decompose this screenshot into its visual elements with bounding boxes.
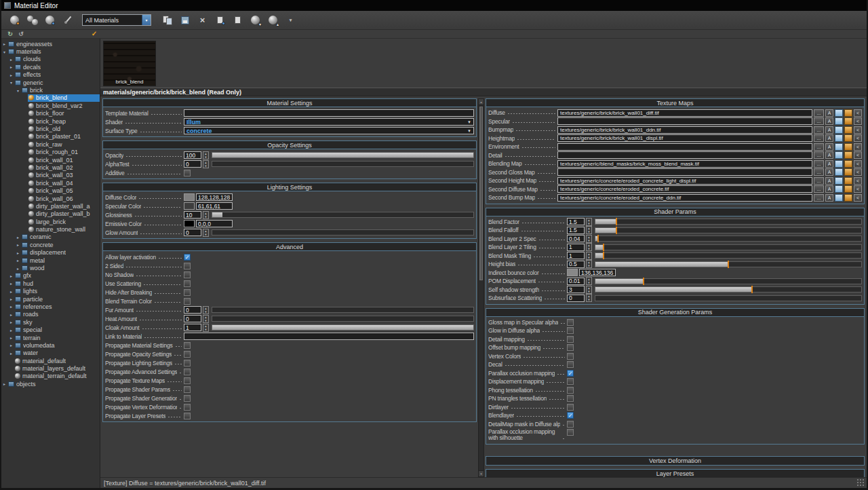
expand-arrow-icon[interactable]: ▸ (8, 289, 14, 294)
glow-amount-spinner[interactable]: ▴▾ (203, 229, 209, 237)
bumpmap-texture-path-field[interactable]: textures/generic/brick/brick_wall01_ddn.… (557, 126, 812, 134)
tree-item-generic[interactable]: ▾generic (1, 79, 100, 86)
alphatest-slider[interactable] (212, 161, 474, 167)
materials-filter-combo[interactable]: All Materials ▾ (82, 14, 151, 26)
fur-amount-slider[interactable] (212, 307, 474, 313)
copy-material-icon[interactable] (159, 13, 175, 27)
heat-amount-slider[interactable] (212, 316, 474, 322)
tree-item-brick-wall-04[interactable]: brick_wall_04 (1, 179, 100, 187)
detail-texture-path-field[interactable] (557, 151, 812, 159)
spinner-down-icon[interactable]: ▾ (587, 290, 591, 293)
slider-tick-icon[interactable] (603, 252, 604, 259)
slider-tick-icon[interactable] (616, 227, 617, 234)
propagate-texture-maps-checkbox[interactable] (184, 377, 191, 384)
paste-material-icon[interactable] (212, 13, 228, 27)
collapse-texture-button[interactable]: < (854, 134, 862, 142)
tree-item-clouds[interactable]: ▸clouds (1, 56, 100, 63)
browse-texture-button[interactable]: ... (814, 134, 824, 142)
cloak-amount-value-input[interactable]: 1 (184, 324, 201, 331)
tree-item-nature-stone-wall[interactable]: nature_stone_wall (1, 225, 100, 233)
use-scattering-checkbox[interactable] (184, 280, 191, 287)
second-diffuse-map-texture-path-field[interactable]: textures/generic/concrete/eroded_concret… (557, 185, 812, 193)
tree-item-lights[interactable]: ▸lights (1, 288, 100, 295)
propagate-shader-params-checkbox[interactable] (184, 386, 191, 393)
texture-animation-button[interactable]: A (825, 160, 833, 168)
blend-layer-2-spec-value-input[interactable]: 0.04 (567, 235, 585, 242)
blend-falloff-value-input[interactable]: 1.5 (567, 227, 585, 234)
vertex-colors-checkbox[interactable] (567, 353, 574, 360)
section-header-texture-maps[interactable]: Texture Maps (486, 99, 864, 107)
height-bias-slider[interactable] (595, 261, 862, 267)
tree-item-roads[interactable]: ▸roads (1, 311, 100, 318)
second-height-map-texture-path-field[interactable]: textures/generic/concrete/eroded_concret… (557, 177, 812, 185)
edit-texture-icon[interactable] (844, 177, 852, 185)
blend-layer-2-spec-spinner[interactable]: ▴▾ (586, 235, 592, 243)
tree-item-material-terrain-default[interactable]: material_terrain_default (1, 373, 100, 380)
tree-item-brick-blend[interactable]: brick_blend (1, 94, 100, 102)
tree-item-volumedata[interactable]: ▸volumedata (1, 341, 100, 349)
diffuse-texture-path-field[interactable]: textures/generic/brick/brick_wall01_diff… (557, 109, 812, 117)
edit-texture-icon[interactable] (844, 109, 852, 117)
expand-arrow-icon[interactable]: ▸ (1, 41, 7, 46)
additive-checkbox[interactable] (184, 170, 191, 176)
tree-item-special[interactable]: ▸special (1, 326, 100, 333)
tree-item-displacement[interactable]: ▸displacement (1, 249, 100, 257)
chevron-down-icon[interactable]: ▼ (467, 120, 471, 124)
section-header-lighting-settings[interactable]: Lighting Settings (103, 183, 476, 191)
diffuse-color-value-input[interactable]: 128,128,128 (196, 193, 233, 201)
offset-bump-mapping-checkbox[interactable] (567, 344, 574, 351)
edit-texture-icon[interactable] (844, 185, 852, 193)
assign-material-to-objects-icon[interactable]: ▾ (248, 13, 263, 27)
expand-arrow-icon[interactable]: ▸ (8, 351, 14, 356)
duplicate-material-icon[interactable] (230, 13, 245, 27)
heat-amount-spinner[interactable]: ▴▾ (203, 315, 209, 323)
merge-materials-icon[interactable] (42, 13, 58, 27)
collapse-texture-button[interactable]: < (854, 151, 862, 159)
collapse-arrow-icon[interactable]: ▾ (1, 50, 7, 54)
heat-amount-value-input[interactable]: 0 (184, 315, 201, 322)
tree-item-references[interactable]: ▸references (1, 303, 100, 310)
expand-arrow-icon[interactable]: ▸ (15, 266, 21, 271)
propagate-lighting-settings-checkbox[interactable] (184, 360, 191, 366)
expand-arrow-icon[interactable]: ▸ (8, 274, 14, 278)
tree-item-dirty-plaster-wall-a[interactable]: dirty_plaster_wall_a (1, 202, 100, 210)
gloss-map-in-specular-alpha-checkbox[interactable] (567, 319, 574, 326)
tree-item-brick-raw[interactable]: brick_raw (1, 140, 100, 148)
alphatest-value-input[interactable]: 0 (184, 160, 201, 168)
detailmap-mask-in-diffuse-alpha-checkbox[interactable] (567, 421, 574, 428)
browse-texture-button[interactable]: ... (814, 143, 824, 151)
toolbar-overflow-icon[interactable]: ▾ (283, 13, 298, 27)
displacement-mapping-checkbox[interactable] (567, 378, 574, 385)
blending-map-texture-path-field[interactable]: textures/generic/blend_masks/brick_moss_… (557, 160, 812, 168)
blend-layer-2-spec-slider[interactable] (595, 235, 862, 242)
expand-arrow-icon[interactable]: ▸ (8, 57, 14, 62)
collapse-texture-button[interactable]: < (854, 109, 862, 117)
preview-texture-icon[interactable] (835, 185, 843, 193)
scroll-down-icon[interactable]: ▾ (479, 470, 484, 476)
slider-tick-icon[interactable] (751, 286, 753, 293)
dirtlayer-checkbox[interactable] (567, 404, 574, 411)
section-header-shader-params[interactable]: Shader Params (486, 208, 864, 216)
scrollbar-thumb[interactable] (479, 107, 483, 280)
emissive-color-value-input[interactable]: 0,0,0 (196, 220, 233, 227)
blend-falloff-spinner[interactable]: ▴▾ (586, 226, 592, 234)
propagate-advanced-settings-checkbox[interactable] (184, 369, 191, 375)
self-shadow-strength-slider[interactable] (595, 286, 862, 293)
tree-item-material-layers-default[interactable]: material_layers_default (1, 364, 100, 372)
expand-arrow-icon[interactable]: ▸ (8, 335, 14, 340)
diffuse-color-color-swatch[interactable] (184, 193, 195, 201)
phong-tessellation-checkbox[interactable] (567, 387, 574, 394)
tree-item-dirty-plaster-wall-b[interactable]: dirty_plaster_wall_b (1, 210, 100, 218)
expand-arrow-icon[interactable]: ▸ (15, 242, 21, 247)
height-bias-value-input[interactable]: 0.5 (567, 261, 585, 268)
browse-texture-button[interactable]: ... (814, 117, 824, 125)
preview-texture-icon[interactable] (835, 151, 843, 159)
slider-tick-icon[interactable] (643, 278, 644, 285)
blend-mask-tiling-value-input[interactable]: 1 (567, 252, 585, 259)
spinner-down-icon[interactable]: ▾ (587, 298, 591, 301)
collapse-arrow-icon[interactable]: ▾ (15, 88, 21, 93)
spinner-down-icon[interactable]: ▾ (203, 155, 208, 159)
glossiness-slider[interactable] (212, 212, 474, 218)
preview-texture-icon[interactable] (835, 194, 843, 202)
browse-texture-button[interactable]: ... (814, 194, 824, 202)
